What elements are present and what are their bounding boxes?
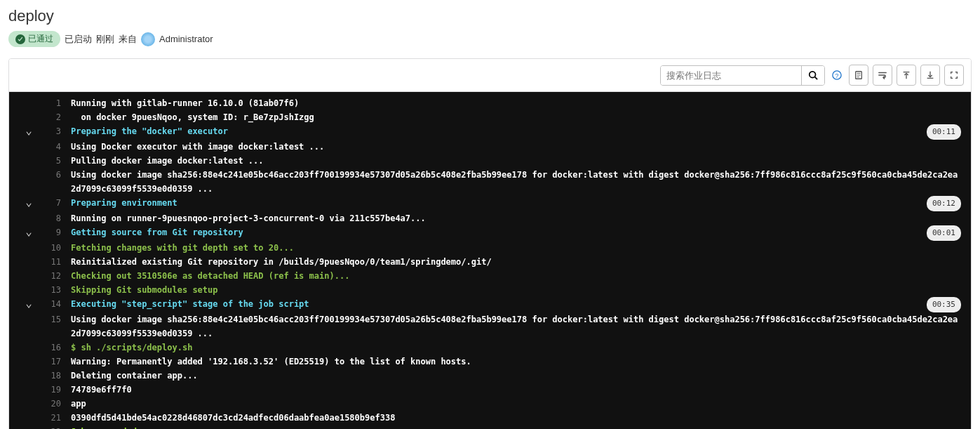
- log-line: 2 on docker 9puesNqoo, system ID: r_Be7z…: [9, 110, 971, 124]
- fullscreen-icon: [949, 70, 959, 80]
- wrap-icon: [878, 70, 887, 80]
- log-line: ⌄7Preparing environment00:12: [9, 196, 971, 211]
- job-meta: 已通过 已启动 刚刚 来自 Administrator: [8, 31, 972, 47]
- log-line: 13Skipping Git submodules setup: [9, 283, 971, 297]
- log-text: Running on runner-9puesnqoo-project-3-co…: [71, 211, 962, 225]
- log-line: 11Reinitialized existing Git repository …: [9, 255, 971, 269]
- duration-pill: 00:35: [927, 297, 961, 312]
- search-button[interactable]: [801, 66, 824, 85]
- check-icon: [15, 34, 25, 44]
- status-text: 已启动: [65, 33, 92, 46]
- line-number: 14: [36, 297, 61, 311]
- chevron-down-icon[interactable]: ⌄: [22, 124, 36, 137]
- log-text: Using Docker executor with image docker:…: [71, 140, 962, 154]
- line-number: 1: [36, 96, 61, 110]
- log-text: Using docker image sha256:88e4c241e05bc4…: [71, 312, 962, 341]
- line-number: 7: [36, 196, 61, 210]
- line-number: 13: [36, 283, 61, 297]
- log-line: 20app: [9, 397, 971, 411]
- fullscreen-button[interactable]: [944, 65, 964, 86]
- log-line: 18Deleting container app...: [9, 369, 971, 383]
- svg-line-1: [815, 77, 818, 80]
- log-line: 10Fetching changes with git depth set to…: [9, 241, 971, 255]
- log-line: 6Using docker image sha256:88e4c241e05bc…: [9, 168, 971, 196]
- search-wrap: [660, 65, 825, 86]
- duration-pill: 00:01: [927, 225, 961, 241]
- log-text: Fetching changes with git depth set to 2…: [71, 241, 962, 255]
- scroll-bottom-button[interactable]: [920, 65, 940, 86]
- chevron-down-icon[interactable]: ⌄: [22, 297, 36, 310]
- log-text: app: [71, 397, 962, 411]
- raw-button[interactable]: [849, 65, 868, 86]
- duration-pill: 00:11: [927, 124, 961, 140]
- log-text: Preparing environment: [71, 196, 927, 210]
- log-text: Warning: Permanently added '192.168.3.52…: [71, 355, 962, 369]
- line-number: 10: [36, 241, 61, 255]
- log-line: ⌄3Preparing the "docker" executor00:11: [9, 124, 971, 140]
- job-header: deploy 已通过 已启动 刚刚 来自 Administrator: [0, 0, 980, 53]
- line-number: 22: [36, 425, 61, 429]
- duration-pill: 00:12: [927, 196, 961, 211]
- log-line: 22Job succeeded: [9, 425, 971, 429]
- log-text: on docker 9puesNqoo, system ID: r_Be7zpJ…: [71, 110, 962, 124]
- log-text: Deleting container app...: [71, 369, 962, 383]
- line-number: 8: [36, 211, 61, 225]
- chevron-down-icon[interactable]: ⌄: [22, 225, 36, 238]
- log-toolbar: ?: [9, 59, 971, 92]
- job-title: deploy: [8, 7, 972, 25]
- log-line: 15Using docker image sha256:88e4c241e05b…: [9, 312, 971, 341]
- line-number: 3: [36, 124, 61, 138]
- line-number: 4: [36, 140, 61, 154]
- log-line: 1Running with gitlab-runner 16.10.0 (81a…: [9, 96, 971, 110]
- help-icon: ?: [832, 70, 842, 80]
- line-number: 12: [36, 269, 61, 283]
- line-number: 9: [36, 225, 61, 239]
- line-number: 16: [36, 341, 61, 355]
- scroll-top-button[interactable]: [897, 65, 916, 86]
- log-text: Job succeeded: [71, 425, 962, 429]
- log-line: ⌄14Executing "step_script" stage of the …: [9, 297, 971, 312]
- chevron-down-icon[interactable]: ⌄: [22, 196, 36, 209]
- line-number: 19: [36, 383, 61, 397]
- line-number: 2: [36, 110, 61, 124]
- log-panel: ? 1Running with gitlab-runner 16.10.0 (8…: [8, 58, 972, 429]
- log-line: 4Using Docker executor with image docker…: [9, 140, 971, 154]
- log-text: Checking out 3510506e as detached HEAD (…: [71, 269, 962, 283]
- badge-label: 已通过: [28, 33, 53, 45]
- log-line: 16$ sh ./scripts/deploy.sh: [9, 341, 971, 355]
- search-input[interactable]: [661, 66, 801, 85]
- arrow-up-bar-icon: [901, 70, 911, 80]
- from-text: 来自: [119, 33, 137, 46]
- log-text: Running with gitlab-runner 16.10.0 (81ab…: [71, 96, 962, 110]
- line-number: 5: [36, 154, 61, 168]
- line-number: 20: [36, 397, 61, 411]
- log-line: 17Warning: Permanently added '192.168.3.…: [9, 355, 971, 369]
- log-text: Reinitialized existing Git repository in…: [71, 255, 962, 269]
- search-icon: [808, 70, 818, 80]
- arrow-down-bar-icon: [925, 70, 935, 80]
- svg-point-0: [810, 72, 816, 78]
- line-number: 18: [36, 369, 61, 383]
- log-line: ⌄9Getting source from Git repository00:0…: [9, 225, 971, 241]
- log-line: 1974789e6ff7f0: [9, 383, 971, 397]
- line-number: 15: [36, 312, 61, 326]
- log-line: 12Checking out 3510506e as detached HEAD…: [9, 269, 971, 283]
- log-line: 210390dfd5d41bde54ac0228d46807dc3cd24adf…: [9, 411, 971, 425]
- log-text: 74789e6ff7f0: [71, 383, 962, 397]
- wrap-button[interactable]: [873, 65, 892, 86]
- log-line: 8Running on runner-9puesnqoo-project-3-c…: [9, 211, 971, 225]
- line-number: 17: [36, 355, 61, 369]
- user-link[interactable]: Administrator: [159, 34, 213, 44]
- line-number: 21: [36, 411, 61, 425]
- status-badge[interactable]: 已通过: [8, 31, 60, 47]
- help-button[interactable]: ?: [829, 65, 845, 86]
- log-text: $ sh ./scripts/deploy.sh: [71, 341, 962, 355]
- log-text: Executing "step_script" stage of the job…: [71, 297, 927, 311]
- log-text: Skipping Git submodules setup: [71, 283, 962, 297]
- time-text: 刚刚: [96, 33, 114, 46]
- log-text: Getting source from Git repository: [71, 225, 927, 239]
- log-line: 5Pulling docker image docker:latest ...: [9, 154, 971, 168]
- log-text: Pulling docker image docker:latest ...: [71, 154, 962, 168]
- avatar[interactable]: [141, 32, 155, 46]
- log-body[interactable]: 1Running with gitlab-runner 16.10.0 (81a…: [9, 92, 971, 429]
